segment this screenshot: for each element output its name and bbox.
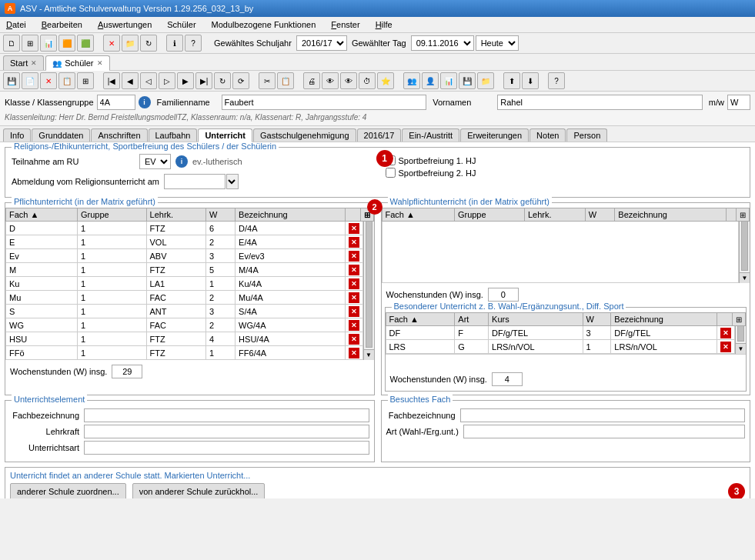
teilnahme-info-btn[interactable]: i: [175, 155, 188, 168]
tb2-next2[interactable]: ▷: [159, 72, 175, 89]
nav-tab-unterricht[interactable]: Unterricht: [198, 128, 252, 142]
nav-tab-anschriften[interactable]: Anschriften: [91, 128, 147, 142]
tb2-folder2[interactable]: 📁: [477, 72, 494, 89]
tab-start-close[interactable]: ✕: [31, 59, 37, 67]
tb2-grid[interactable]: ⊞: [77, 72, 94, 89]
nav-tab-laufbahn[interactable]: Laufbahn: [149, 128, 198, 142]
nav-tab-grunddaten[interactable]: Grunddaten: [32, 128, 90, 142]
tb-green-btn[interactable]: 🟩: [77, 35, 94, 52]
tb2-save[interactable]: 💾: [3, 72, 20, 89]
tb2-refresh[interactable]: ↻: [214, 72, 231, 89]
nav-tab-2016[interactable]: 2016/17: [357, 128, 402, 142]
wahlpflicht-scroll-down[interactable]: ▼: [740, 272, 750, 283]
tb2-arrow-down[interactable]: ⬇: [522, 72, 539, 89]
tb2-last[interactable]: ▶|: [195, 72, 212, 89]
menu-datei[interactable]: Datei: [3, 18, 29, 31]
pflicht-del-btn[interactable]: ✕: [349, 334, 359, 345]
pflicht-scroll-down[interactable]: ▼: [364, 349, 374, 360]
tb2-view[interactable]: 👁: [322, 72, 339, 89]
andere-schule-btn1[interactable]: anderer Schule zuordnen...: [10, 483, 126, 498]
tb2-help[interactable]: ?: [548, 72, 565, 89]
tb-grid-btn[interactable]: ⊞: [22, 35, 38, 52]
tb2-cut[interactable]: ✂: [259, 72, 276, 89]
tb-folder-btn[interactable]: 📁: [122, 35, 139, 52]
pflicht-row-6[interactable]: S 1 ANT 3 S/4A ✕: [6, 305, 363, 318]
pflicht-del-cell[interactable]: ✕: [345, 318, 362, 332]
tb2-clock[interactable]: ⏱: [359, 72, 376, 89]
nav-tab-einaustritt[interactable]: Ein-/Austritt: [402, 128, 459, 142]
besonderer-del-btn[interactable]: ✕: [720, 328, 731, 338]
pflicht-del-btn[interactable]: ✕: [349, 237, 359, 248]
vornamen-input[interactable]: [497, 95, 703, 110]
pflicht-del-cell[interactable]: ✕: [345, 249, 362, 263]
menu-hilfe[interactable]: Hilfe: [372, 18, 396, 31]
nav-tab-gastschul[interactable]: Gastschulgenehmigung: [253, 128, 356, 142]
abmeldung-date-btn[interactable]: ▼: [226, 174, 239, 189]
tb2-first[interactable]: |◀: [103, 72, 120, 89]
tb2-arrow-up[interactable]: ⬆: [503, 72, 520, 89]
pflicht-row-3[interactable]: M 1 FTZ 5 M/4A ✕: [6, 263, 363, 277]
pflicht-del-cell[interactable]: ✕: [345, 235, 362, 249]
tb-chart-btn[interactable]: 📊: [40, 35, 57, 52]
pflicht-del-btn[interactable]: ✕: [349, 278, 359, 289]
abmeldung-input[interactable]: [164, 174, 225, 189]
menu-fenster[interactable]: Fenster: [328, 18, 362, 31]
pflicht-row-7[interactable]: WG 1 FAC 2 WG/4A ✕: [6, 318, 363, 332]
tb-info-btn[interactable]: ℹ: [166, 35, 183, 52]
ue-art-input[interactable]: [84, 441, 369, 455]
tb2-eye2[interactable]: 👁: [340, 72, 357, 89]
sportbefreiung2-checkbox[interactable]: [386, 168, 396, 178]
pflicht-del-cell[interactable]: ✕: [345, 291, 362, 305]
besonderer-scroll-thumb[interactable]: [737, 325, 744, 342]
pflicht-scroll-thumb[interactable]: [366, 220, 372, 348]
menu-auswertungen[interactable]: Auswertungen: [95, 18, 155, 31]
tb2-people[interactable]: 👥: [403, 72, 420, 89]
pflicht-del-cell[interactable]: ✕: [345, 332, 362, 346]
pflicht-del-btn[interactable]: ✕: [349, 348, 359, 358]
teilnahme-select[interactable]: EV: [139, 154, 171, 169]
besonderer-ws-input[interactable]: [492, 372, 523, 386]
mw-input[interactable]: [727, 95, 750, 110]
nav-tab-erweiterungen[interactable]: Erweiterungen: [460, 128, 529, 142]
ue-lehrk-input[interactable]: [84, 425, 369, 438]
besonderer-row-0[interactable]: DF F DF/g/TEL 3 DF/g/TEL ✕: [386, 326, 735, 340]
tb2-new[interactable]: 📄: [22, 72, 38, 89]
badge-2[interactable]: 2: [367, 199, 383, 215]
tb2-prev[interactable]: ◀: [122, 72, 139, 89]
tb2-star[interactable]: ⭐: [377, 72, 394, 89]
nav-tab-info[interactable]: Info: [3, 128, 31, 142]
pflicht-row-9[interactable]: FFö 1 FTZ 1 FF6/4A ✕: [6, 346, 363, 360]
pflicht-row-5[interactable]: Mu 1 FAC 2 Mu/4A ✕: [6, 291, 363, 305]
pflicht-del-btn[interactable]: ✕: [349, 292, 359, 303]
tb-question-btn[interactable]: ?: [185, 35, 202, 52]
besonderer-scroll-down[interactable]: ▼: [736, 343, 746, 354]
pflicht-del-btn[interactable]: ✕: [349, 251, 359, 262]
nav-tab-person[interactable]: Person: [566, 128, 607, 142]
tb-red-x-btn[interactable]: ✕: [103, 35, 120, 52]
pflicht-del-btn[interactable]: ✕: [349, 223, 359, 234]
pflicht-row-2[interactable]: Ev 1 ABV 3 Ev/ev3 ✕: [6, 249, 363, 263]
tb2-person[interactable]: 👤: [422, 72, 439, 89]
tb2-print[interactable]: 🖨: [303, 72, 320, 89]
pflicht-del-btn[interactable]: ✕: [349, 265, 359, 275]
besonderer-row-1[interactable]: LRS G LRS/n/VOL 1 LRS/n/VOL ✕: [386, 340, 735, 354]
besonderer-del-btn[interactable]: ✕: [720, 342, 731, 352]
pflicht-ws-input[interactable]: [112, 365, 142, 378]
wahlpflicht-add-btn[interactable]: ⊞: [736, 208, 750, 222]
klasse-input[interactable]: [97, 95, 135, 110]
tb-new-btn[interactable]: 🗋: [3, 35, 20, 52]
tb2-save2[interactable]: 💾: [459, 72, 476, 89]
tb2-next[interactable]: ▶: [177, 72, 194, 89]
besonderer-add-btn[interactable]: ⊞: [732, 312, 746, 326]
tab-schueler[interactable]: 👥 Schüler ✕: [45, 55, 109, 71]
ue-fachbez-input[interactable]: [84, 408, 369, 422]
klasse-info-btn[interactable]: i: [139, 96, 151, 108]
tb-refresh-btn[interactable]: ↻: [140, 35, 157, 52]
menu-modulbezogene[interactable]: Modulbezogene Funktionen: [209, 18, 319, 31]
heute-select[interactable]: Heute: [476, 35, 519, 51]
tb2-chart2[interactable]: 📊: [440, 72, 457, 89]
badge-1[interactable]: 1: [376, 150, 393, 167]
pflicht-scrollbar[interactable]: ▲ ▼: [363, 208, 374, 360]
menu-bearbeiten[interactable]: Bearbeiten: [38, 18, 85, 31]
pflicht-row-1[interactable]: E 1 VOL 2 E/4A ✕: [6, 235, 363, 249]
